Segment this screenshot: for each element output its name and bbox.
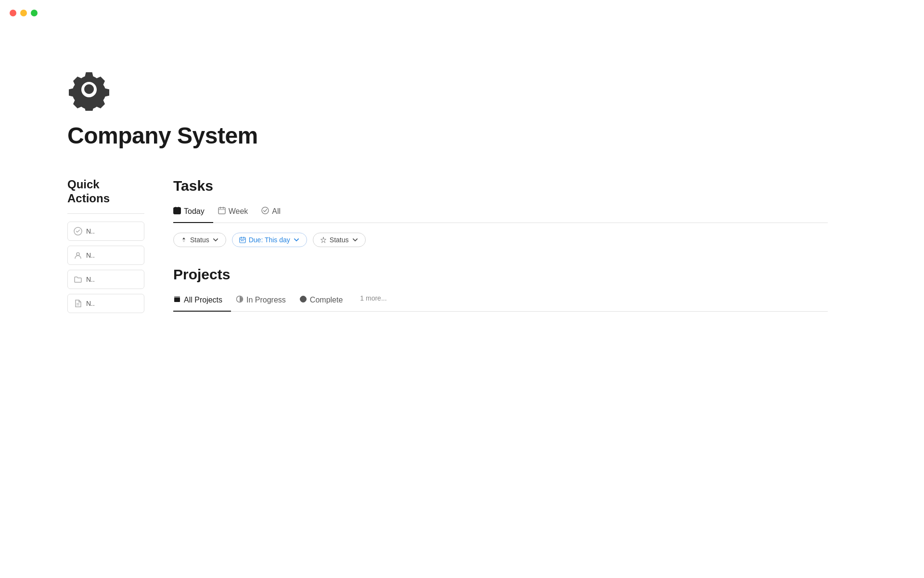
svg-point-13 — [262, 207, 269, 214]
proj-tab-complete-label: Complete — [310, 296, 343, 304]
calendar-today-icon — [173, 207, 181, 216]
filters-row: Status D — [173, 233, 828, 247]
quick-action-label-2: N.. — [86, 251, 95, 259]
fullscreen-button[interactable] — [31, 10, 38, 16]
proj-tab-inprogress-label: In Progress — [246, 296, 286, 304]
projects-section: Projects All Projects — [173, 266, 828, 312]
checkmark-all-icon — [261, 207, 269, 216]
tasks-section: Tasks Today — [173, 178, 828, 247]
proj-tab-complete[interactable]: Complete — [299, 290, 351, 312]
svg-rect-20 — [174, 298, 180, 302]
filter-due-date[interactable]: Due: This day — [232, 233, 307, 247]
document-icon — [74, 299, 82, 308]
chevron-down-blue-icon — [293, 236, 300, 243]
minimize-button[interactable] — [20, 10, 27, 16]
tab-today-label: Today — [184, 207, 205, 216]
quick-actions-title: Quick Actions — [67, 178, 144, 206]
quick-action-item-4[interactable]: N.. — [67, 294, 144, 313]
svg-rect-18 — [241, 240, 242, 241]
projects-title: Projects — [173, 266, 828, 283]
traffic-lights — [10, 10, 38, 16]
main-section: Tasks Today — [173, 178, 828, 318]
tasks-title: Tasks — [173, 178, 828, 194]
filter-status-label: Status — [190, 236, 209, 244]
tasks-tabs: Today Week — [173, 202, 828, 223]
quick-actions-divider — [67, 213, 144, 214]
quick-action-item-2[interactable]: N.. — [67, 246, 144, 265]
quick-action-item-3[interactable]: N.. — [67, 270, 144, 289]
svg-rect-9 — [218, 208, 225, 214]
quick-actions-sidebar: Quick Actions N.. — [67, 178, 144, 318]
page-icon — [67, 67, 111, 111]
svg-rect-14 — [240, 237, 245, 243]
filled-circle-icon — [299, 295, 307, 305]
tab-all-label: All — [272, 207, 281, 216]
folder-icon — [74, 275, 82, 284]
person-icon — [74, 251, 82, 260]
page-title: Company System — [67, 122, 828, 149]
proj-tab-all-label: All Projects — [184, 296, 222, 304]
svg-point-1 — [77, 252, 79, 255]
tab-week[interactable]: Week — [218, 202, 257, 223]
tab-all[interactable]: All — [261, 202, 289, 223]
half-circle-icon — [236, 295, 244, 305]
layers-icon — [173, 295, 181, 305]
calendar-week-icon — [218, 207, 226, 216]
calendar-filter-icon — [239, 236, 246, 243]
projects-tabs: All Projects In Progress — [173, 290, 828, 312]
svg-rect-6 — [174, 208, 180, 210]
sparkle-icon — [320, 236, 327, 243]
svg-rect-21 — [174, 296, 180, 298]
filter-status-sparkle[interactable]: Status — [313, 233, 366, 247]
quick-action-label-1: N.. — [86, 227, 95, 235]
chevron-down-2-icon — [352, 236, 359, 243]
svg-rect-19 — [243, 240, 244, 241]
checkmark-icon — [74, 227, 82, 236]
quick-action-label-4: N.. — [86, 300, 95, 307]
quick-action-item-1[interactable]: N.. — [67, 222, 144, 241]
more-link[interactable]: 1 more... — [360, 294, 386, 308]
filter-status2-label: Status — [330, 236, 349, 244]
quick-action-label-3: N.. — [86, 276, 95, 283]
svg-point-23 — [300, 296, 306, 302]
tab-today[interactable]: Today — [173, 202, 213, 223]
proj-tab-inprogress[interactable]: In Progress — [236, 290, 295, 312]
proj-tab-all[interactable]: All Projects — [173, 290, 231, 312]
close-button[interactable] — [10, 10, 16, 16]
sort-up-icon — [180, 236, 187, 243]
filter-status-sort[interactable]: Status — [173, 233, 226, 247]
filter-due-label: Due: This day — [249, 236, 290, 244]
chevron-down-icon — [212, 236, 219, 243]
tab-week-label: Week — [229, 207, 248, 216]
